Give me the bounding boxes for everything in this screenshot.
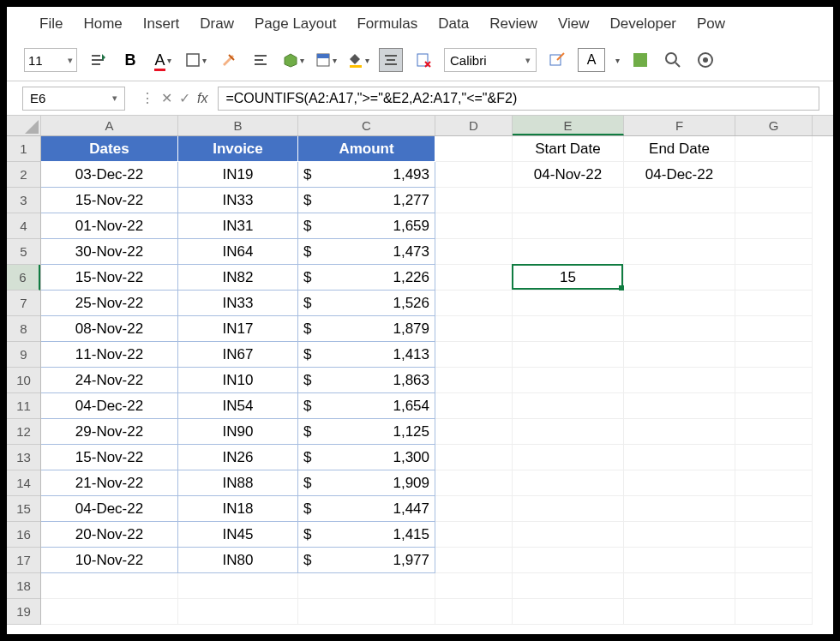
cell[interactable] <box>435 548 513 573</box>
cell-invoice[interactable]: IN18 <box>178 496 298 522</box>
cell-date[interactable]: 21-Nov-22 <box>41 470 178 496</box>
enter-icon[interactable]: ✓ <box>179 90 190 106</box>
cell[interactable] <box>513 188 624 213</box>
menu-file[interactable]: File <box>39 15 63 33</box>
row-header-6[interactable]: 6 <box>7 265 40 291</box>
cell[interactable] <box>513 522 624 548</box>
cell[interactable] <box>513 496 624 522</box>
fx-icon[interactable]: fx <box>197 91 207 106</box>
cell-invoice[interactable]: IN33 <box>178 291 298 316</box>
fill-green-icon[interactable] <box>628 48 652 72</box>
cell[interactable] <box>624 419 735 445</box>
cell-amount[interactable]: $1,415 <box>298 522 435 548</box>
cell-amount[interactable]: $1,226 <box>298 265 435 291</box>
row-header-15[interactable]: 15 <box>7 496 40 522</box>
align-center-icon[interactable] <box>379 48 403 72</box>
cell-invoice[interactable]: IN88 <box>178 470 298 496</box>
cell[interactable] <box>435 188 513 213</box>
cell[interactable] <box>735 136 813 162</box>
font-name-input[interactable]: Calibri▾ <box>444 48 537 72</box>
cell-invoice[interactable]: IN64 <box>178 239 298 265</box>
cell-date[interactable]: 24-Nov-22 <box>41 368 178 393</box>
cell-amount[interactable]: $1,300 <box>298 445 435 470</box>
cell[interactable] <box>624 573 735 599</box>
3d-model-icon[interactable]: ▾ <box>281 48 305 72</box>
cell[interactable] <box>735 573 813 599</box>
header-amount[interactable]: Amount <box>298 136 435 162</box>
cell[interactable] <box>513 445 624 470</box>
cell[interactable] <box>435 419 513 445</box>
cell[interactable] <box>435 162 513 188</box>
font-size-input[interactable]: 11▾ <box>24 48 77 72</box>
col-header-B[interactable]: B <box>178 116 298 135</box>
row-header-8[interactable]: 8 <box>7 316 40 342</box>
cell[interactable] <box>624 368 735 393</box>
cell[interactable] <box>735 445 813 470</box>
row-header-14[interactable]: 14 <box>7 470 40 496</box>
cell-date[interactable]: 30-Nov-22 <box>41 239 178 265</box>
name-box[interactable]: E6▾ <box>22 87 125 111</box>
cell[interactable] <box>735 265 813 291</box>
cell[interactable] <box>513 213 624 239</box>
cell[interactable] <box>435 522 513 548</box>
cell[interactable] <box>735 239 813 265</box>
row-header-1[interactable]: 1 <box>7 136 40 162</box>
cell[interactable] <box>735 213 813 239</box>
cell-amount[interactable]: $1,879 <box>298 316 435 342</box>
cell[interactable] <box>435 265 513 291</box>
cell-date[interactable]: 04-Dec-22 <box>41 393 178 419</box>
cell[interactable] <box>624 316 735 342</box>
align-left-icon[interactable] <box>249 48 273 72</box>
cell[interactable] <box>41 599 178 625</box>
cell-invoice[interactable]: IN33 <box>178 188 298 213</box>
cell-date[interactable]: 11-Nov-22 <box>41 342 178 368</box>
cell-date[interactable]: 04-Dec-22 <box>41 496 178 522</box>
row-header-19[interactable]: 19 <box>7 599 40 625</box>
cell-end-value[interactable]: 04-Dec-22 <box>624 162 735 188</box>
increase-indent-icon[interactable] <box>86 48 110 72</box>
font-color-button[interactable]: A▾ <box>151 48 175 72</box>
cell[interactable] <box>178 573 298 599</box>
cell[interactable] <box>513 316 624 342</box>
row-header-18[interactable]: 18 <box>7 573 40 599</box>
cell[interactable] <box>735 368 813 393</box>
cell-amount[interactable]: $1,277 <box>298 188 435 213</box>
cell[interactable] <box>624 496 735 522</box>
cell[interactable] <box>298 573 435 599</box>
cell-date[interactable]: 25-Nov-22 <box>41 291 178 316</box>
cell-amount[interactable]: $1,493 <box>298 162 435 188</box>
delete-sheet-icon[interactable] <box>411 48 435 72</box>
cancel-icon[interactable]: ✕ <box>161 90 172 106</box>
header-end-date[interactable]: End Date <box>624 136 735 162</box>
dropdown-icon[interactable]: ▾ <box>615 56 620 65</box>
cell-invoice[interactable]: IN31 <box>178 213 298 239</box>
col-header-F[interactable]: F <box>624 116 735 135</box>
cell-invoice[interactable]: IN54 <box>178 393 298 419</box>
cell[interactable] <box>513 368 624 393</box>
cell-date[interactable]: 20-Nov-22 <box>41 522 178 548</box>
cell-start-value[interactable]: 04-Nov-22 <box>513 162 624 188</box>
menu-power[interactable]: Pow <box>697 15 725 33</box>
cell[interactable] <box>624 342 735 368</box>
cell-invoice[interactable]: IN67 <box>178 342 298 368</box>
cell-amount[interactable]: $1,659 <box>298 213 435 239</box>
cell[interactable] <box>735 162 813 188</box>
cell-date[interactable]: 10-Nov-22 <box>41 548 178 573</box>
col-header-A[interactable]: A <box>41 116 178 135</box>
formula-input[interactable]: =COUNTIFS(A2:A17,">="&E2,A2:A17,"<="&F2) <box>218 87 819 111</box>
cell-invoice[interactable]: IN26 <box>178 445 298 470</box>
cell-amount[interactable]: $1,473 <box>298 239 435 265</box>
row-header-10[interactable]: 10 <box>7 368 40 393</box>
cell[interactable] <box>624 470 735 496</box>
menu-page-layout[interactable]: Page Layout <box>255 15 336 33</box>
cell[interactable] <box>435 213 513 239</box>
cell-amount[interactable]: $1,909 <box>298 470 435 496</box>
cell[interactable] <box>624 265 735 291</box>
row-header-5[interactable]: 5 <box>7 239 40 265</box>
fill-color-icon[interactable]: ▾ <box>346 48 370 72</box>
menu-view[interactable]: View <box>558 15 590 33</box>
cell[interactable] <box>624 445 735 470</box>
cell[interactable] <box>735 548 813 573</box>
border-button[interactable]: ▾ <box>183 48 207 72</box>
row-header-11[interactable]: 11 <box>7 393 40 419</box>
